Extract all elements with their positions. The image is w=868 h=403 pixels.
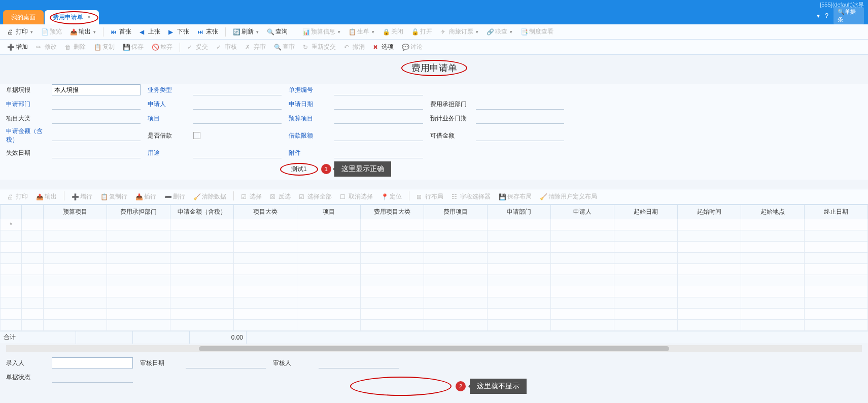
tb2-item-0[interactable]: ➕增加 [4, 42, 31, 52]
form-input[interactable] [334, 113, 423, 124]
form-label[interactable]: 用途 [148, 149, 193, 157]
table-row[interactable] [1, 275, 868, 286]
toolbar-icon: ➕ [72, 193, 79, 200]
tb1-item-2[interactable]: 📤输出 [67, 26, 99, 37]
tb2-item-4: 💾保存 [120, 42, 147, 52]
form-input[interactable] [52, 372, 133, 383]
column-header[interactable]: 起始日期 [614, 205, 677, 219]
column-header[interactable]: 费用承担部门 [107, 205, 170, 219]
table-row[interactable] [1, 230, 868, 242]
form-input[interactable] [319, 357, 399, 368]
form-label: 审核日期 [140, 359, 186, 367]
form-input[interactable] [52, 130, 141, 141]
form-input[interactable] [193, 84, 282, 95]
form-label[interactable]: 业务类型 [148, 86, 193, 94]
toolbar-icon: ⊞ [416, 193, 424, 200]
global-search[interactable]: 🔍单据条 [834, 7, 864, 24]
form-row: 单据填报 [6, 84, 141, 95]
column-header[interactable]: 终止日期 [804, 205, 867, 219]
form-row: 单据编号 [289, 84, 423, 95]
form-label: 单据填报 [6, 86, 52, 94]
form-input[interactable] [52, 113, 141, 124]
form-row: 申请日期 [289, 98, 423, 110]
tb1-item-14: 🔒关闭 [379, 26, 406, 37]
total-amount: 0.00 [190, 331, 247, 344]
tb2-item-1: ✏修改 [33, 42, 60, 52]
column-header[interactable]: 预算项目 [43, 205, 107, 219]
toolbar-icon: ☑ [299, 193, 306, 200]
form-label[interactable]: 申请部门 [6, 100, 52, 109]
column-header[interactable]: 费用项目 [424, 205, 487, 219]
tb1-item-6[interactable]: ▶下张 [165, 26, 192, 37]
tab-expense-request[interactable]: 费用申请单 × [45, 10, 99, 24]
table-row[interactable] [1, 320, 868, 331]
annotation-2: 2 这里就不显示 [350, 377, 527, 386]
toolbar-icon: 📤 [70, 28, 77, 36]
form-label[interactable]: 附件 [289, 149, 334, 157]
close-icon[interactable]: × [87, 14, 91, 21]
form-input[interactable] [52, 84, 141, 95]
gt-item-0: 🖨打印 [4, 191, 31, 202]
form-input[interactable] [52, 147, 141, 158]
gt-item-9: ☑选择 [238, 191, 265, 202]
column-header[interactable]: 起始时间 [677, 205, 741, 219]
tb1-item-16: ✈商旅订票 [437, 26, 481, 37]
data-grid[interactable]: 预算项目费用承担部门申请金额（含税）项目大类项目费用项目大类费用项目申请部门申请… [0, 205, 868, 331]
tb2-item-13[interactable]: ✖选项 [370, 42, 397, 52]
column-header[interactable]: 起始地点 [741, 205, 804, 219]
form-input[interactable] [52, 357, 133, 368]
form-label[interactable]: 单据编号 [289, 86, 334, 94]
form-input[interactable] [186, 357, 266, 368]
form-input[interactable] [193, 113, 282, 124]
form-label[interactable]: 申请人 [148, 100, 193, 109]
tb1-item-5[interactable]: ◀上张 [136, 26, 163, 37]
scrollbar-thumb[interactable] [199, 346, 670, 351]
tb1-item-0[interactable]: 🖨打印 [4, 26, 36, 37]
toolbar-icon: 🔒 [383, 28, 390, 36]
tb1-item-4[interactable]: ⏮首张 [108, 26, 134, 37]
column-header[interactable]: 申请部门 [487, 205, 550, 219]
tb1-item-9[interactable]: 🔄刷新 [230, 26, 262, 37]
form-label[interactable]: 申请金额（含税） [6, 127, 52, 144]
gt-item-13: 📍定位 [378, 191, 405, 202]
table-row[interactable] [1, 242, 868, 253]
tb1-item-13: 📋生单 [345, 26, 377, 37]
annotation-tooltip: 这里显示正确 [334, 161, 391, 177]
form-input[interactable] [334, 98, 423, 110]
form-input[interactable] [476, 130, 565, 141]
form-input[interactable] [52, 98, 141, 110]
form-label[interactable]: 申请日期 [289, 100, 334, 109]
column-header[interactable]: 申请人 [550, 205, 614, 219]
table-row[interactable] [1, 264, 868, 275]
form-input[interactable] [193, 147, 282, 158]
table-row[interactable] [1, 286, 868, 297]
form-label[interactable]: 预算项目 [289, 114, 334, 123]
column-header[interactable]: 项目大类 [233, 205, 297, 219]
form-input[interactable] [334, 130, 423, 141]
column-header[interactable]: 费用项目大类 [360, 205, 424, 219]
dropdown-icon[interactable]: ▾ [817, 12, 820, 19]
form-input[interactable] [476, 98, 565, 110]
column-header[interactable]: 项目 [297, 205, 360, 219]
horizontal-scrollbar[interactable] [6, 345, 862, 352]
help-icon[interactable]: ? [825, 12, 828, 19]
column-header[interactable]: 申请金额（含税） [170, 205, 233, 219]
form-input[interactable] [476, 113, 565, 124]
table-row[interactable] [1, 297, 868, 309]
form-label[interactable]: 借款限额 [289, 131, 334, 140]
table-row[interactable]: * [1, 219, 868, 230]
tb1-item-10[interactable]: 🔍查询 [264, 26, 291, 37]
tb2-item-5: 🚫放弃 [149, 42, 176, 52]
tb1-item-7[interactable]: ⏭末张 [194, 26, 221, 37]
table-row[interactable] [1, 309, 868, 320]
toolbar-icon: ✈ [440, 28, 447, 36]
form-input[interactable] [193, 98, 282, 110]
form-label[interactable]: 项目 [148, 114, 193, 123]
form-input[interactable] [334, 147, 423, 158]
checkbox[interactable] [193, 132, 200, 139]
tab-my-desktop[interactable]: 我的桌面 [3, 10, 44, 24]
form-row [406, 357, 481, 368]
table-row[interactable] [1, 253, 868, 264]
form-input[interactable] [334, 84, 423, 95]
toolbar-icon: 🖨 [7, 28, 14, 36]
